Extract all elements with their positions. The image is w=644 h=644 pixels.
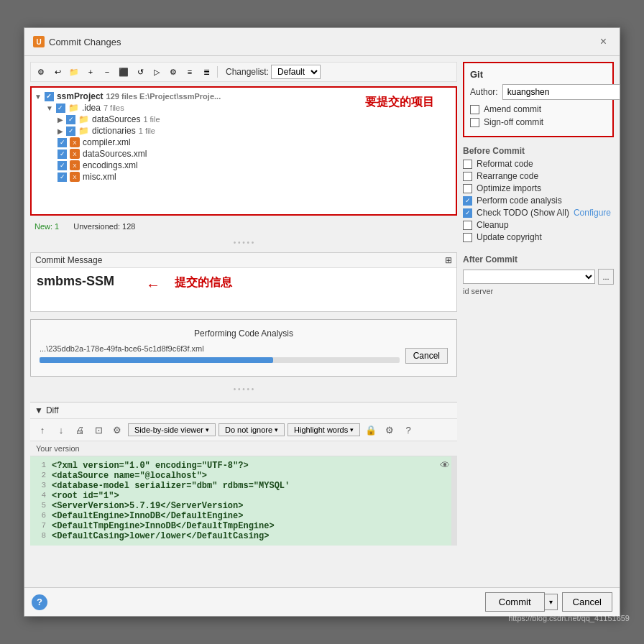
- diff-title: Diff: [46, 405, 59, 415]
- changelist-select[interactable]: Default: [271, 65, 321, 79]
- diff-down-btn[interactable]: ↓: [53, 422, 69, 438]
- after-commit-title: After Commit: [463, 254, 614, 264]
- line-content-2: <dataSource name="@localhost">: [52, 471, 207, 481]
- highlight-select-btn[interactable]: Highlight words ▾: [288, 423, 360, 436]
- amend-commit-row[interactable]: Amend commit: [470, 104, 607, 114]
- tree-item-dictionaries[interactable]: ▶ ✓ 📁 dictionaries 1 file: [58, 125, 453, 137]
- line-num-5: 5: [30, 501, 52, 510]
- viewer-select-btn[interactable]: Side-by-side viewer ▾: [128, 423, 216, 436]
- checkbox-signoff[interactable]: [470, 118, 479, 127]
- server-text: id server: [463, 287, 614, 295]
- drag-handle-1[interactable]: • • • • •: [30, 237, 457, 248]
- toolbar-btn-11[interactable]: ≣: [199, 65, 213, 79]
- bottom-bar: ? Commit ▾ Cancel: [24, 587, 620, 616]
- toolbar-btn-4[interactable]: +: [83, 65, 98, 79]
- drag-handle-2[interactable]: • • • • •: [30, 384, 457, 395]
- checkbox-compiler[interactable]: ✓: [58, 138, 67, 147]
- tree-arrow-idea[interactable]: ▼: [46, 104, 53, 112]
- diff-lock-btn[interactable]: 🔒: [363, 422, 379, 438]
- compiler-xml: compiler.xml: [83, 137, 131, 147]
- checkbox-copyright[interactable]: [463, 233, 472, 242]
- copyright-row[interactable]: Update copyright: [463, 232, 614, 242]
- checkbox-cleanup[interactable]: [463, 221, 472, 230]
- help-button[interactable]: ?: [32, 594, 47, 610]
- tree-item-encodings-xml[interactable]: ✓ X encodings.xml: [58, 160, 453, 171]
- viewer-label: Side-by-side viewer: [134, 426, 203, 434]
- checkbox-datasources[interactable]: ✓: [66, 115, 75, 124]
- checkbox-dictionaries[interactable]: ✓: [66, 126, 75, 136]
- right-panel: Git Author: Amend commit Sign-off commit…: [463, 62, 614, 581]
- encodings-xml: encodings.xml: [83, 160, 138, 170]
- close-button[interactable]: ×: [596, 34, 611, 50]
- toolbar-btn-2[interactable]: ↩: [50, 65, 65, 79]
- checkbox-perform[interactable]: ✓: [463, 196, 472, 206]
- push-select[interactable]: [463, 270, 595, 284]
- toolbar-btn-10[interactable]: ≡: [183, 65, 197, 79]
- tree-arrow-dictionaries[interactable]: ▶: [58, 127, 63, 135]
- commit-arrow-button[interactable]: ▾: [545, 594, 558, 610]
- toolbar-btn-6[interactable]: ⬛: [116, 65, 131, 79]
- checkbox-idea[interactable]: ✓: [56, 104, 65, 113]
- diff-help-btn[interactable]: ?: [400, 422, 416, 438]
- toolbar-btn-5[interactable]: −: [100, 65, 114, 79]
- line-content-1: <?xml version="1.0" encoding="UTF-8"?>: [52, 461, 249, 471]
- checkbox-misc[interactable]: ✓: [58, 172, 67, 182]
- cleanup-row[interactable]: Cleanup: [463, 220, 614, 230]
- ignore-chevron: ▾: [275, 426, 278, 433]
- toolbar-btn-3[interactable]: 📁: [67, 65, 81, 79]
- tree-item-datasources-xml[interactable]: ✓ X dataSources.xml: [58, 148, 453, 160]
- toolbar-btn-7[interactable]: ↺: [133, 65, 147, 79]
- configure-link[interactable]: Configure: [574, 208, 611, 218]
- cancel-analysis-button[interactable]: Cancel: [405, 348, 448, 364]
- toolbar-btn-1[interactable]: ⚙: [34, 65, 48, 79]
- reformat-row[interactable]: Reformat code: [463, 159, 614, 169]
- diff-print-btn[interactable]: 🖨: [72, 422, 88, 438]
- commit-msg-header: Commit Message ⊞: [31, 253, 456, 268]
- tree-item-datasources[interactable]: ▶ ✓ 📁 dataSources 1 file: [58, 114, 453, 125]
- status-bar: New: 1 Unversioned: 128: [30, 220, 457, 233]
- code-scrollbar[interactable]: [451, 456, 457, 546]
- diff-collapse-icon[interactable]: ▼: [34, 405, 43, 415]
- line-content-4: <root id="1">: [52, 491, 119, 501]
- ignore-select-btn[interactable]: Do not ignore ▾: [218, 423, 285, 436]
- commit-msg-area[interactable]: smbms-SSM 提交的信息 ←: [31, 268, 456, 311]
- datasources-xml: dataSources.xml: [83, 149, 147, 159]
- author-input[interactable]: [502, 84, 620, 100]
- sign-off-row[interactable]: Sign-off commit: [470, 117, 607, 127]
- highlight-chevron: ▾: [350, 426, 354, 433]
- cancel-button[interactable]: Cancel: [562, 592, 612, 612]
- checkbox-project[interactable]: ✓: [45, 92, 54, 101]
- viewer-chevron: ▾: [206, 426, 209, 433]
- toolbar-btn-8[interactable]: ▷: [150, 65, 164, 79]
- checkbox-datasources-xml[interactable]: ✓: [58, 150, 67, 159]
- tree-item-compiler-xml[interactable]: ✓ X compiler.xml: [58, 137, 453, 148]
- checkbox-optimize[interactable]: [463, 184, 472, 193]
- eye-icon[interactable]: 👁: [440, 459, 450, 471]
- checkbox-rearrange[interactable]: [463, 172, 472, 181]
- tree-arrow-project[interactable]: ▼: [34, 93, 42, 101]
- tree-item-misc-xml[interactable]: ✓ X misc.xml: [58, 171, 453, 183]
- tree-arrow-datasources[interactable]: ▶: [58, 116, 63, 124]
- commit-message-section: Commit Message ⊞ smbms-SSM 提交的信息 ←: [30, 252, 457, 312]
- code-line-5: 5 <ServerVersion>5.7.19</ServerVersion>: [30, 501, 457, 511]
- line-content-5: <ServerVersion>5.7.19</ServerVersion>: [52, 501, 243, 511]
- perform-analysis-row[interactable]: ✓ Perform code analysis: [463, 196, 614, 206]
- datasources-xml-icon: X: [70, 149, 80, 159]
- diff-clone-btn[interactable]: ⊡: [91, 422, 106, 438]
- line-content-8: <DefaultCasing>lower/lower</DefaultCasin…: [52, 531, 269, 541]
- status-new: New: 1: [34, 222, 59, 231]
- rearrange-row[interactable]: Rearrange code: [463, 171, 614, 181]
- check-todo-row[interactable]: ✓ Check TODO (Show All) Configure: [463, 208, 614, 218]
- diff-settings-btn[interactable]: ⚙: [109, 422, 125, 438]
- author-label: Author:: [470, 87, 498, 97]
- diff-gear-btn[interactable]: ⚙: [382, 422, 397, 438]
- optimize-row[interactable]: Optimize imports: [463, 183, 614, 193]
- checkbox-reformat[interactable]: [463, 160, 472, 169]
- checkbox-todo[interactable]: ✓: [463, 208, 472, 218]
- push-btn[interactable]: ...: [598, 269, 614, 285]
- toolbar-btn-9[interactable]: ⚙: [166, 65, 180, 79]
- diff-up-btn[interactable]: ↑: [34, 422, 50, 438]
- checkbox-encodings[interactable]: ✓: [58, 161, 67, 170]
- checkbox-amend[interactable]: [470, 105, 479, 114]
- commit-button[interactable]: Commit: [485, 592, 545, 612]
